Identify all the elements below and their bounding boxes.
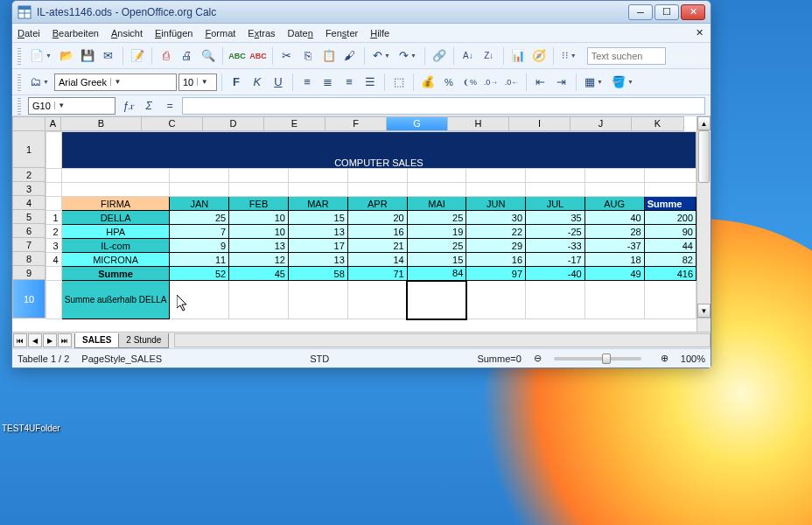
cell[interactable]: 200 <box>644 211 696 225</box>
cell[interactable]: HPA <box>61 225 170 239</box>
menu-close-doc[interactable]: ✕ <box>696 27 704 38</box>
cell[interactable] <box>46 183 62 197</box>
bold-button[interactable]: F <box>227 73 246 92</box>
cell[interactable]: 44 <box>644 239 696 253</box>
cell[interactable]: 13 <box>229 239 289 253</box>
menu-format[interactable]: Format <box>205 28 235 38</box>
cell[interactable] <box>644 183 696 197</box>
cell[interactable] <box>584 281 644 319</box>
cell-reference-box[interactable]: G10▼ <box>28 97 116 115</box>
cell[interactable]: 3 <box>46 239 62 253</box>
align-justify-button[interactable]: ☰ <box>360 73 380 92</box>
row-header-6[interactable]: 6 <box>12 224 46 238</box>
cell[interactable] <box>46 281 62 319</box>
col-header-D[interactable]: D <box>203 116 264 131</box>
cell[interactable]: -37 <box>584 239 644 253</box>
close-button[interactable]: ✕ <box>681 4 705 20</box>
new-button[interactable]: 📄▼ <box>26 46 55 66</box>
cell[interactable] <box>61 169 170 183</box>
cell[interactable] <box>407 183 466 197</box>
align-left-button[interactable]: ≡ <box>298 73 317 92</box>
cell[interactable]: 10 <box>229 225 289 239</box>
row-header-2[interactable]: 2 <box>12 168 46 182</box>
open-button[interactable]: 📂 <box>57 46 76 66</box>
status-aggregate[interactable]: Summe=0 <box>477 354 521 364</box>
cell[interactable]: FEB <box>229 197 289 211</box>
row-header-10[interactable]: 10 <box>12 280 46 318</box>
cell[interactable]: 45 <box>229 267 289 281</box>
cell[interactable]: 7 <box>170 225 229 239</box>
underline-button[interactable]: U <box>269 73 288 92</box>
row-header-1[interactable]: 1 <box>12 131 46 168</box>
copy-button[interactable]: ⎘ <box>298 46 318 66</box>
cell[interactable]: 25 <box>407 239 466 253</box>
align-center-button[interactable]: ≣ <box>318 73 338 92</box>
cell[interactable] <box>584 169 644 183</box>
del-decimal-button[interactable]: .0← <box>502 73 522 92</box>
row-header-8[interactable]: 8 <box>12 252 46 266</box>
cell[interactable]: 84 <box>407 267 466 281</box>
undo-button[interactable]: ↶▼ <box>369 46 394 66</box>
cell[interactable] <box>584 183 644 197</box>
zoom-in-button[interactable]: ⊕ <box>661 353 668 364</box>
cell[interactable] <box>46 169 62 183</box>
cell[interactable]: 25 <box>407 211 466 225</box>
cell[interactable]: 21 <box>347 239 407 253</box>
tab-prev-button[interactable]: ◀ <box>28 333 42 347</box>
cell[interactable]: AUG <box>584 197 644 211</box>
cell[interactable]: 25 <box>170 211 229 225</box>
menu-extras[interactable]: Extras <box>248 28 275 38</box>
cell[interactable] <box>229 183 289 197</box>
sort-desc-button[interactable]: Z↓ <box>480 46 499 66</box>
bgcolor-button[interactable]: 🪣▼ <box>608 73 637 92</box>
cell[interactable] <box>288 281 347 319</box>
cell[interactable] <box>46 267 62 281</box>
row-header-9[interactable]: 9 <box>12 266 46 280</box>
dec-indent-button[interactable]: ⇤ <box>531 73 550 92</box>
row-header-5[interactable]: 5 <box>12 210 46 224</box>
col-header-I[interactable]: I <box>509 116 570 131</box>
cell[interactable]: Summe außerhalb DELLA <box>61 281 170 319</box>
cell[interactable] <box>526 183 585 197</box>
cell[interactable]: 416 <box>644 267 696 281</box>
cell[interactable] <box>170 183 229 197</box>
percent-button[interactable]: % <box>439 73 458 92</box>
styles-button[interactable]: 🗂▼ <box>26 73 52 92</box>
cell[interactable]: 11 <box>170 253 229 267</box>
tab-last-button[interactable]: ⏭ <box>58 333 72 347</box>
cell[interactable]: 49 <box>584 267 644 281</box>
zoom-level[interactable]: 100% <box>681 354 705 364</box>
tab-next-button[interactable]: ▶ <box>43 333 57 347</box>
menu-fenster[interactable]: Fenster <box>326 28 358 38</box>
cell[interactable]: 4 <box>46 253 62 267</box>
cell[interactable]: JUN <box>466 197 526 211</box>
cell[interactable]: 13 <box>288 225 347 239</box>
cell[interactable]: 35 <box>526 211 585 225</box>
cell[interactable] <box>170 281 229 319</box>
border-button[interactable]: ▦▼ <box>581 73 606 92</box>
row-header-7[interactable]: 7 <box>12 238 46 252</box>
scroll-down-button[interactable]: ▼ <box>697 304 710 318</box>
add-decimal-button[interactable]: .0→ <box>481 73 500 92</box>
cell[interactable]: 97 <box>466 267 526 281</box>
zoom-slider[interactable] <box>554 357 641 360</box>
cell[interactable]: MICRONA <box>61 253 170 267</box>
cell[interactable]: -25 <box>526 225 585 239</box>
menu-ansicht[interactable]: Ansicht <box>111 28 143 38</box>
sort-asc-button[interactable]: A↓ <box>458 46 478 66</box>
cell[interactable]: -40 <box>526 267 585 281</box>
col-header-H[interactable]: H <box>448 116 509 131</box>
export-pdf-button[interactable]: ⎙ <box>157 46 176 66</box>
cell[interactable] <box>46 197 62 211</box>
cell[interactable]: 40 <box>584 211 644 225</box>
merge-button[interactable]: ⬚ <box>389 73 409 92</box>
row-header-4[interactable]: 4 <box>12 196 46 210</box>
email-button[interactable]: ✉ <box>99 46 118 66</box>
col-header-K[interactable]: K <box>632 116 684 131</box>
cell[interactable] <box>526 281 585 319</box>
cell[interactable] <box>229 281 289 319</box>
cell[interactable]: Summe <box>61 267 170 281</box>
cell[interactable]: 19 <box>407 225 466 239</box>
cell[interactable]: 17 <box>288 239 347 253</box>
cell[interactable] <box>644 169 696 183</box>
